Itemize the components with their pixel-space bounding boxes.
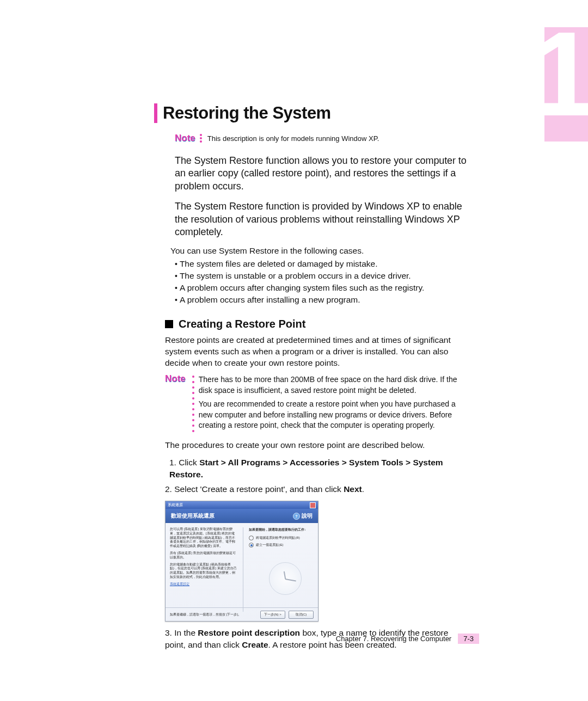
step-1: 1. Click Start > All Programs > Accessor… (165, 457, 467, 480)
step3-prefix: 3. In the (165, 628, 198, 637)
radio-icon (249, 543, 254, 548)
section-note-block: Note There has to be more than 200MB of … (165, 374, 467, 434)
case-text: A problem occurs after changing system f… (180, 283, 424, 292)
note-dots-icon (200, 137, 202, 139)
step2-bold: Next (344, 484, 362, 494)
radio-icon (249, 536, 254, 540)
procedure-steps: 1. Click Start > All Programs > Accessor… (165, 457, 467, 495)
section-heading-wrap: Creating a Restore Point (165, 318, 467, 330)
procedure-intro: The procedures to create your own restor… (165, 440, 467, 451)
square-bullet-icon (165, 320, 173, 328)
wizard-left-column: 您可以用 [系統還原] 來取消對電腦有害的變更，並還原設定及效能。[系統還原] … (170, 527, 237, 612)
radio-restore-earlier[interactable]: 將電腦還原到較早的時間點(R) (249, 536, 314, 540)
step2-prefix: 2. Select 'Create a restore point', and … (165, 484, 344, 494)
body-paragraph-2: The System Restore function is provided … (175, 200, 467, 238)
case-item: •A problem occurs after installing a new… (175, 295, 467, 305)
cancel-button[interactable]: 取消(C) (289, 611, 314, 619)
bullet-icon: • (175, 296, 177, 304)
step1-prefix: 1. Click (169, 458, 199, 467)
step3-bold1: Restore point description (198, 628, 300, 637)
wizard-footer-buttons: 下一步(N) > 取消(C) (260, 611, 314, 619)
bullet-icon: • (175, 284, 177, 292)
system-restore-settings-link[interactable]: 系統還原設定 (170, 582, 237, 587)
note-paragraph-2: You are recommended to create a restore … (199, 399, 467, 431)
next-button[interactable]: 下一步(N) > (260, 611, 285, 619)
step-2: 2. Select 'Create a restore point', and … (165, 483, 467, 495)
note-paragraph-1: There has to be more than 200MB of free … (199, 374, 467, 396)
body-paragraph-1: The System Restore function allows you t… (175, 155, 467, 193)
wizard-header-band: 歡迎使用系統還原 ? 說明 (166, 509, 318, 523)
title-accent-bar (154, 103, 157, 123)
wizard-left-line: 您的電腦會自動建立還原點 (稱為系統檢查點)，但是您也可以用 [系統還原] 來建… (170, 563, 237, 580)
help-label: 說明 (302, 512, 313, 520)
cases-intro: You can use System Restore in the follow… (170, 246, 467, 256)
cases-list: •The system files are deleted or damaged… (175, 259, 467, 305)
note-intro-text: This description is only for models runn… (207, 134, 379, 143)
page-title-wrap: Restoring the System (154, 103, 467, 123)
note-text-column: There has to be more than 200MB of free … (199, 374, 467, 434)
wizard-footer: 如果要繼續，請選取一個選項，然後按 [下一步]。 下一步(N) > 取消(C) (166, 607, 318, 621)
case-item: •A problem occurs after changing system … (175, 283, 467, 293)
footer-chapter: Chapter 7. Recovering the Computer (336, 635, 451, 643)
page-footer: Chapter 7. Recovering the Computer 7-3 (336, 634, 479, 644)
footer-page-number: 7-3 (458, 634, 479, 644)
wizard-title: 歡迎使用系統還原 (171, 512, 215, 520)
help-icon[interactable]: ? (293, 513, 300, 520)
radio-label: 將電腦還原到較早的時間點(R) (256, 536, 299, 540)
clock-icon (269, 562, 302, 595)
case-text: The system is unstable or a problem occu… (180, 271, 411, 280)
window-title: 系統還原 (168, 502, 183, 508)
section-paragraph: Restore points are created at predetermi… (165, 335, 467, 369)
chapter-side-tab: 1 (544, 27, 588, 142)
case-item: •The system is unstable or a problem occ… (175, 271, 467, 281)
page-title: Restoring the System (163, 103, 331, 123)
note-dots-column-icon (192, 376, 194, 434)
bullet-icon: • (175, 260, 177, 268)
wizard-left-line: 所有 [系統還原] 對您的電腦所做的變更都是可以復原的。 (170, 551, 237, 560)
step1-bold: Start > All Programs > Accessories > Sys… (169, 458, 443, 479)
radio-create-point[interactable]: 建立一個還原點(E) (249, 543, 314, 548)
page-content: Restoring the System Note This descripti… (154, 103, 467, 654)
window-titlebar: 系統還原 (166, 501, 318, 509)
step3-bold2: Create (242, 640, 268, 649)
case-text: The system files are deleted or damaged … (180, 259, 378, 268)
note-label: Note (175, 133, 195, 144)
close-icon[interactable] (310, 502, 316, 508)
wizard-left-line: 您可以用 [系統還原] 來取消對電腦有害的變更，並還原設定及效能。[系統還原] … (170, 527, 237, 549)
footer-hint: 如果要繼續，請選取一個選項，然後按 [下一步]。 (170, 612, 241, 617)
step2-suffix: . (362, 484, 364, 494)
chapter-number: 1 (530, 5, 588, 143)
section-heading: Creating a Restore Point (179, 318, 305, 330)
case-text: A problem occurs after installing a new … (180, 295, 360, 304)
radio-label: 建立一個還原點(E) (256, 543, 283, 548)
case-item: •The system files are deleted or damaged… (175, 259, 467, 269)
note-intro-row: Note This description is only for models… (175, 133, 467, 144)
task-select-label: 如果要開始，請選取您想要執行的工作: (249, 527, 314, 532)
bullet-icon: • (175, 272, 177, 280)
system-restore-screenshot: 系統還原 歡迎使用系統還原 ? 說明 您可以用 [系統還原] 來取消對電腦有害的… (165, 501, 318, 622)
note-label: Note (165, 373, 186, 434)
